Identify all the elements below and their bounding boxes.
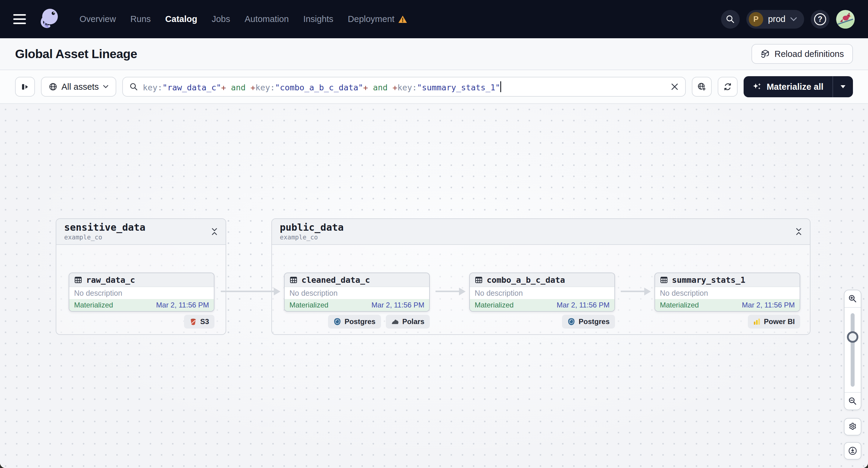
edge-raw-to-cleaned <box>221 288 280 295</box>
materialization-timestamp: Mar 2, 11:56 PM <box>371 301 424 309</box>
zoom-control-panel <box>844 290 861 410</box>
materialize-all-button[interactable]: Materialize all <box>744 76 833 97</box>
search-icon <box>726 15 735 24</box>
zoom-slider-track[interactable] <box>851 313 855 387</box>
asset-status-row: Materialized Mar 2, 11:56 PM <box>655 299 800 311</box>
asset-node-raw-data-c[interactable]: raw_data_c No description Materialized M… <box>69 273 214 312</box>
arrowhead-icon <box>644 288 651 295</box>
group-repo: example_co <box>280 234 344 241</box>
global-search-button[interactable] <box>721 10 740 29</box>
kind-tag-powerbi[interactable]: Power BI <box>748 315 800 329</box>
status-badge: Materialized <box>74 301 113 309</box>
asset-description: No description <box>69 287 214 299</box>
asset-name: raw_data_c <box>86 275 135 285</box>
collapse-vertical-icon <box>211 227 218 236</box>
environment-name: prod <box>768 14 785 24</box>
globe-icon <box>49 83 57 91</box>
materialize-all-label: Materialize all <box>767 82 824 92</box>
group-name: public_data <box>280 222 344 233</box>
refresh-button[interactable] <box>718 77 738 97</box>
reload-definitions-label: Reload definitions <box>774 49 844 59</box>
chevron-down-icon <box>103 85 108 89</box>
materialize-split-button: Materialize all <box>744 76 853 97</box>
zoom-in-button[interactable] <box>844 290 861 308</box>
zoom-slider[interactable] <box>844 308 861 392</box>
hamburger-menu-icon[interactable] <box>13 14 26 24</box>
zoom-slider-thumb[interactable] <box>847 331 858 343</box>
collapse-vertical-icon <box>796 227 802 236</box>
nav-item-overview[interactable]: Overview <box>80 14 116 24</box>
collapse-group-button[interactable] <box>796 227 802 236</box>
export-image-button[interactable] <box>844 442 861 460</box>
asset-name: summary_stats_1 <box>672 275 745 285</box>
asset-node-combo-a-b-c-data[interactable]: combo_a_b_c_data No description Material… <box>469 273 615 312</box>
nav-item-jobs[interactable]: Jobs <box>212 14 230 24</box>
table-icon <box>74 276 82 284</box>
postgres-icon <box>567 318 575 325</box>
reload-definitions-button[interactable]: Reload definitions <box>751 44 853 64</box>
zoom-out-button[interactable] <box>844 392 861 410</box>
reload-cube-icon <box>761 49 770 59</box>
asset-node-summary-stats-1[interactable]: summary_stats_1 No description Materiali… <box>654 273 800 312</box>
caret-down-icon <box>841 85 845 89</box>
materialize-options-button[interactable] <box>833 76 853 97</box>
s3-icon <box>189 318 197 325</box>
download-icon <box>848 446 857 455</box>
asset-query-input[interactable]: key:"raw_data_c"+ and +key:"combo_a_b_c_… <box>122 77 686 97</box>
kind-tag-postgres[interactable]: Postgres <box>328 315 381 329</box>
table-icon <box>660 276 668 284</box>
kind-tag-polars[interactable]: Polars <box>386 315 430 329</box>
asset-status-row: Materialized Mar 2, 11:56 PM <box>470 299 614 311</box>
asset-name: combo_a_b_c_data <box>487 275 565 285</box>
gear-icon <box>848 422 857 431</box>
nav-item-catalog[interactable]: Catalog <box>165 14 197 24</box>
asset-scope-dropdown[interactable]: All assets <box>41 77 116 97</box>
nav-item-runs[interactable]: Runs <box>130 14 151 24</box>
kind-tag-label: Postgres <box>345 317 376 326</box>
group-header: sensitive_data example_co <box>56 219 225 245</box>
nav-item-automation[interactable]: Automation <box>245 14 289 24</box>
kind-tag-label: Postgres <box>579 317 610 326</box>
dagster-logo[interactable] <box>35 5 63 33</box>
asset-name: cleaned_data_c <box>302 275 370 285</box>
graph-settings-button[interactable] <box>844 418 861 435</box>
close-icon <box>671 83 679 91</box>
kind-tag-s3[interactable]: S3 <box>184 315 214 329</box>
help-button[interactable]: ? <box>811 10 830 29</box>
kind-tag-postgres[interactable]: Postgres <box>562 315 615 329</box>
badge-row: S3 <box>69 315 214 329</box>
open-sidebar-button[interactable] <box>15 77 35 97</box>
help-icon: ? <box>814 13 826 25</box>
zoom-in-icon <box>848 294 857 303</box>
materialization-timestamp: Mar 2, 11:56 PM <box>742 301 795 309</box>
nav-right-cluster: P prod ? <box>721 10 855 29</box>
asset-node-cleaned-data-c[interactable]: cleaned_data_c No description Materializ… <box>284 273 430 312</box>
edge-cleaned-to-combo <box>435 288 466 295</box>
asset-status-row: Materialized Mar 2, 11:56 PM <box>69 299 214 311</box>
kind-tag-label: Polars <box>402 317 424 326</box>
lineage-canvas[interactable]: sensitive_data example_co public_data ex… <box>0 104 868 468</box>
asset-node-header: summary_stats_1 <box>655 273 800 287</box>
postgres-icon <box>333 318 341 325</box>
clear-query-button[interactable] <box>671 83 679 91</box>
group-name: sensitive_data <box>64 222 146 233</box>
collapse-group-button[interactable] <box>211 227 218 236</box>
group-header: public_data example_co <box>272 219 810 245</box>
asset-description: No description <box>470 287 614 299</box>
asset-scope-label: All assets <box>61 82 99 92</box>
user-avatar[interactable] <box>836 10 855 29</box>
environment-initial: P <box>749 12 763 27</box>
arrowhead-icon <box>459 288 466 295</box>
avatar-bird-image <box>836 10 855 29</box>
zoom-out-icon <box>848 397 857 406</box>
powerbi-icon <box>753 318 761 325</box>
octopus-logo-icon <box>35 5 63 33</box>
filter-scope-button[interactable] <box>692 77 712 97</box>
nav-item-insights[interactable]: Insights <box>303 14 333 24</box>
environment-switcher[interactable]: P prod <box>746 10 804 29</box>
globe-plus-icon <box>698 83 706 91</box>
badge-row: Power BI <box>654 315 800 329</box>
status-badge: Materialized <box>475 301 514 309</box>
nav-item-deployment[interactable]: Deployment <box>348 14 407 24</box>
table-icon <box>289 276 298 284</box>
